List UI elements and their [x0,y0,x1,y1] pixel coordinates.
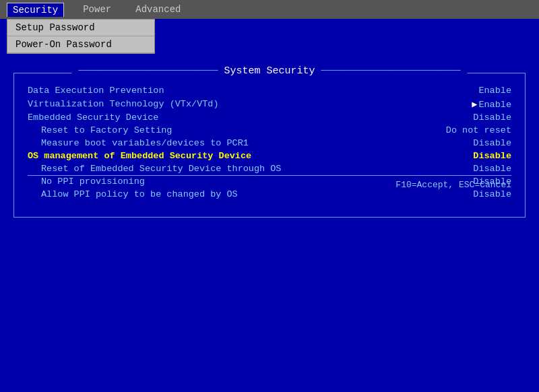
settings-row[interactable]: Embedded Security DeviceDisable [28,111,511,124]
menu-item-advanced[interactable]: Advanced [130,3,186,16]
setting-value: Enable [472,98,511,110]
setting-name: Embedded Security Device [28,112,158,123]
setting-name: Allow PPI policy to be changed by OS [28,189,238,199]
setting-value: Disable [473,138,511,148]
setting-value: Enable [478,86,511,96]
setting-name: Reset of Embedded Security Device throug… [28,164,281,174]
menu-bar: Security Power Advanced [0,0,539,19]
dropdown-menu: Setup Password Power-On Password [7,19,155,54]
menu-item-security[interactable]: Security [7,3,64,17]
menu-item-power[interactable]: Power [77,3,117,16]
settings-row[interactable]: Measure boot variables/devices to PCR1Di… [28,137,511,150]
setting-value: Disable [473,151,511,161]
dropdown-item-poweron-password[interactable]: Power-On Password [7,36,154,53]
setting-value: Disable [473,164,511,174]
setting-name: Reset to Factory Setting [28,125,172,135]
settings-row[interactable]: Reset to Factory SettingDo not reset [28,124,511,137]
setting-name: OS management of Embedded Security Devic… [28,151,251,161]
settings-row[interactable]: Virtualization Technology (VTx/VTd)Enabl… [28,97,511,111]
dropdown-item-setup-password[interactable]: Setup Password [7,20,154,36]
settings-row[interactable]: Data Execution PreventionEnable [28,84,511,97]
setting-name: Data Execution Prevention [28,86,164,96]
main-area: System Security Data Execution Preventio… [0,19,539,392]
setting-value: Disable [473,112,511,123]
panel-title: System Security [71,65,467,77]
settings-row[interactable]: OS management of Embedded Security Devic… [28,150,511,162]
setting-name: Measure boot variables/devices to PCR1 [28,138,249,148]
settings-row[interactable]: Reset of Embedded Security Device throug… [28,162,511,175]
setting-value: Disable [473,189,511,199]
footer-line: F10=Accept, ESC=Cancel [28,175,511,190]
setting-value: Do not reset [446,125,511,135]
setting-name: Virtualization Technology (VTx/VTd) [28,99,219,109]
system-security-panel: System Security Data Execution Preventio… [13,73,526,218]
